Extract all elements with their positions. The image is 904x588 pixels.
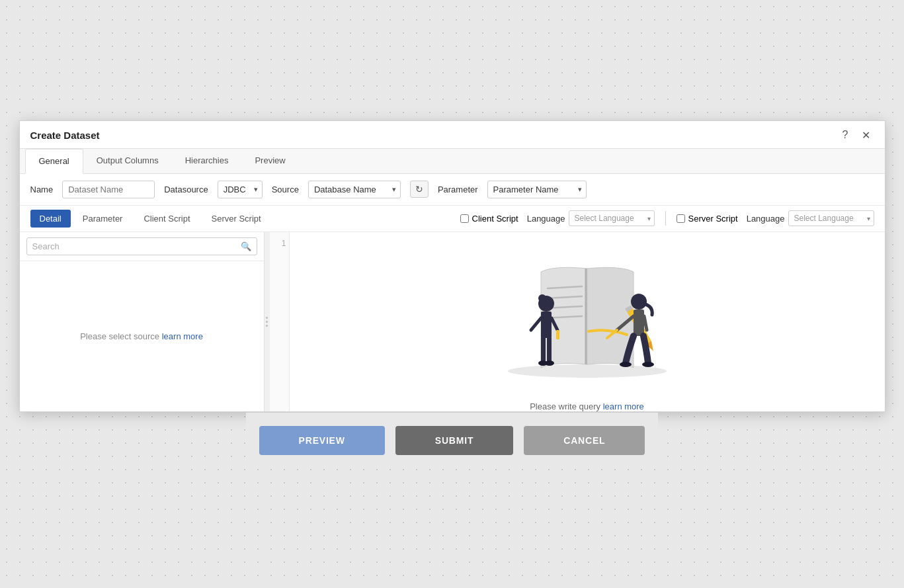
main-tabs: General Output Columns Hierarchies Previ… [20, 149, 885, 174]
client-language-label: Language [527, 214, 565, 224]
right-panel: Please write query learn more [290, 232, 885, 411]
preview-button[interactable]: PREVIEW [259, 426, 385, 455]
resizer-dot-3 [266, 325, 268, 327]
svg-point-24 [642, 362, 654, 367]
parameter-label: Parameter [438, 185, 478, 194]
dialog-wrapper: Create Dataset ? ✕ General Output Column… [0, 0, 904, 588]
server-language-label: Language [747, 214, 785, 224]
svg-rect-19 [634, 310, 644, 336]
right-panel-empty-text: Please write query learn more [530, 401, 644, 411]
search-input-wrapper: 🔍 [26, 237, 257, 255]
config-row: Name Datasource JDBC Source Database Nam… [20, 174, 885, 206]
illustration-area: Please write query learn more [468, 232, 706, 411]
parameter-select-wrapper: Parameter Name [487, 181, 587, 198]
source-select-wrapper: Database Name [308, 181, 401, 198]
separator [665, 211, 666, 226]
name-label: Name [30, 185, 54, 194]
client-lang-select[interactable]: Select Language [569, 210, 655, 226]
submit-button[interactable]: SUBMIT [395, 426, 513, 455]
parameter-select[interactable]: Parameter Name [487, 181, 587, 198]
resizer-dots [266, 317, 268, 327]
left-panel-empty-text: Please select source learn more [80, 331, 203, 341]
detail-tab-parameter[interactable]: Parameter [73, 210, 132, 228]
svg-point-18 [631, 294, 647, 310]
close-button[interactable]: ✕ [858, 128, 874, 143]
create-dataset-dialog: Create Dataset ? ✕ General Output Column… [19, 120, 885, 412]
tab-general[interactable]: General [25, 149, 83, 174]
name-input[interactable] [62, 181, 155, 198]
svg-line-22 [644, 316, 647, 330]
svg-rect-10 [541, 312, 552, 338]
svg-rect-13 [556, 330, 559, 339]
help-button[interactable]: ? [839, 128, 852, 142]
server-lang-select[interactable]: Select Language [788, 210, 874, 226]
client-script-checkbox[interactable] [460, 214, 469, 223]
source-select[interactable]: Database Name [308, 181, 401, 198]
svg-point-17 [545, 360, 554, 366]
panel-resizer[interactable] [265, 232, 270, 411]
svg-point-23 [620, 362, 632, 367]
detail-tab-detail[interactable]: Detail [30, 210, 71, 228]
search-row: 🔍 [20, 232, 264, 261]
dialog-title: Create Dataset [30, 130, 100, 141]
footer: PREVIEW SUBMIT CANCEL [246, 412, 659, 468]
search-input[interactable] [32, 241, 241, 251]
refresh-button[interactable]: ↻ [410, 181, 429, 198]
right-panel-learn-more-link[interactable]: learn more [603, 401, 644, 411]
svg-rect-15 [547, 337, 552, 362]
detail-bar-right: Client Script Language Select Language S… [460, 210, 874, 226]
tab-hierarchies[interactable]: Hierarchies [172, 149, 242, 174]
title-actions: ? ✕ [839, 128, 874, 143]
cancel-button[interactable]: CANCEL [524, 426, 645, 455]
illustration-svg [468, 232, 706, 391]
detail-tab-client-script[interactable]: Client Script [134, 210, 199, 228]
server-script-group: Server Script Language Select Language [677, 210, 874, 226]
resizer-dot-1 [266, 317, 268, 319]
left-panel: 🔍 Please select source learn more [20, 232, 265, 411]
datasource-select[interactable]: JDBC [218, 181, 263, 198]
client-script-label: Client Script [472, 214, 518, 224]
svg-point-0 [508, 364, 667, 378]
detail-bar: Detail Parameter Client Script Server Sc… [20, 206, 885, 232]
line-numbers: 1 [270, 232, 290, 411]
svg-line-11 [531, 318, 541, 330]
client-script-group: Client Script Language Select Language [460, 210, 655, 226]
datasource-select-wrapper: JDBC [218, 181, 263, 198]
svg-rect-14 [541, 337, 546, 362]
tab-output-columns[interactable]: Output Columns [83, 149, 172, 174]
main-content: 🔍 Please select source learn more [20, 232, 885, 411]
source-label: Source [272, 185, 299, 194]
detail-tab-server-script[interactable]: Server Script [202, 210, 270, 228]
svg-point-9 [538, 294, 546, 302]
server-lang-select-wrapper: Select Language [788, 210, 874, 226]
tab-preview[interactable]: Preview [241, 149, 298, 174]
client-lang-select-wrapper: Select Language [569, 210, 655, 226]
server-script-label: Server Script [688, 214, 738, 224]
left-panel-learn-more-link[interactable]: learn more [162, 331, 203, 341]
search-icon: 🔍 [241, 241, 251, 251]
left-panel-empty-state: Please select source learn more [20, 261, 264, 411]
title-bar: Create Dataset ? ✕ [20, 121, 885, 149]
resizer-dot-2 [266, 321, 268, 323]
datasource-label: Datasource [164, 185, 208, 194]
server-script-checkbox[interactable] [677, 214, 685, 223]
